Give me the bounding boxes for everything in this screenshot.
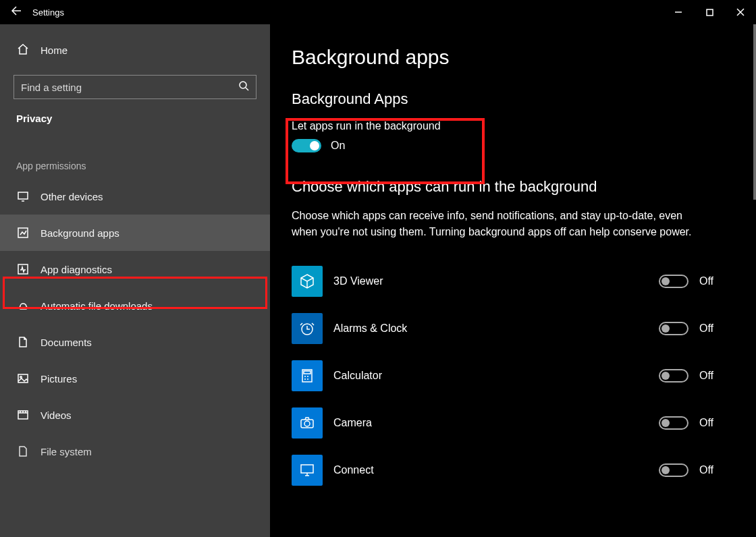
pictures-icon (16, 372, 30, 385)
search-input[interactable] (21, 82, 238, 93)
app-row: Connect Off (292, 447, 722, 494)
sidebar-item-label: App diagnostics (40, 264, 112, 275)
sidebar-item-file-system[interactable]: File system (0, 433, 270, 470)
master-toggle-label: Let apps run in the background (292, 120, 722, 132)
app-toggle[interactable] (659, 275, 688, 288)
search-icon (238, 80, 249, 94)
app-row: Calculator Off (292, 352, 722, 399)
section-title-background-apps: Background Apps (292, 90, 722, 108)
svg-point-6 (20, 376, 22, 378)
sidebar-section: Privacy (0, 109, 270, 136)
close-button[interactable] (725, 0, 756, 24)
back-button[interactable] (0, 5, 32, 19)
other-devices-icon (16, 190, 30, 203)
svg-rect-13 (301, 465, 313, 473)
main-content: Background apps Background Apps Let apps… (270, 24, 756, 537)
svg-rect-2 (18, 192, 28, 199)
app-toggle-status: Off (699, 417, 722, 429)
sidebar-item-label: Automatic file downloads (40, 300, 153, 312)
app-icon-alarms-clock (292, 313, 323, 344)
app-toggle[interactable] (659, 416, 688, 430)
background-apps-icon (16, 226, 30, 239)
maximize-button[interactable] (694, 0, 725, 24)
back-arrow-icon (11, 5, 22, 16)
automatic-file-downloads-icon (16, 299, 30, 312)
home-label: Home (40, 45, 68, 56)
sidebar-item-app-diagnostics[interactable]: App diagnostics (0, 251, 270, 287)
app-name: Calculator (333, 370, 648, 382)
close-icon (736, 8, 745, 16)
sidebar-group-label: App permissions (0, 136, 270, 178)
app-row: Camera Off (292, 399, 722, 447)
sidebar-item-pictures[interactable]: Pictures (0, 360, 270, 397)
section-description: Choose which apps can receive info, send… (292, 208, 710, 240)
section-title-choose-apps: Choose which apps can run in the backgro… (292, 178, 722, 196)
page-title: Background apps (292, 46, 722, 69)
svg-point-12 (304, 421, 310, 426)
titlebar: Settings (0, 0, 756, 24)
app-toggle[interactable] (659, 463, 688, 477)
sidebar-item-label: Other devices (40, 191, 103, 202)
minimize-button[interactable] (663, 0, 694, 24)
app-toggle-status: Off (699, 322, 722, 335)
sidebar-item-label: Background apps (40, 227, 119, 239)
master-toggle[interactable] (292, 139, 321, 152)
sidebar: Home Privacy App permissions Other devic… (0, 24, 270, 537)
sidebar-item-videos[interactable]: Videos (0, 397, 270, 433)
sidebar-item-other-devices[interactable]: Other devices (0, 178, 270, 215)
app-icon-3d-viewer (292, 266, 323, 297)
sidebar-item-label: Documents (40, 337, 92, 348)
sidebar-item-documents[interactable]: Documents (0, 324, 270, 360)
videos-icon (16, 408, 30, 422)
app-name: Camera (333, 417, 648, 429)
minimize-icon (674, 8, 682, 16)
svg-rect-5 (18, 374, 28, 383)
app-icon-connect (292, 455, 323, 486)
home-nav[interactable]: Home (0, 36, 270, 64)
app-toggle-status: Off (699, 464, 722, 476)
svg-point-1 (240, 82, 246, 88)
app-row: Alarms & Clock Off (292, 305, 722, 352)
sidebar-item-label: Pictures (40, 373, 77, 385)
app-toggle[interactable] (659, 322, 688, 335)
documents-icon (16, 335, 30, 349)
app-icon-camera (292, 407, 323, 439)
svg-rect-0 (707, 9, 713, 16)
app-name: Alarms & Clock (333, 322, 648, 335)
app-name: Connect (333, 464, 648, 476)
master-toggle-status: On (331, 140, 345, 152)
sidebar-item-label: File system (40, 446, 92, 457)
app-row: 3D Viewer Off (292, 258, 722, 305)
scrollbar[interactable] (753, 24, 756, 200)
search-box[interactable] (14, 75, 256, 99)
home-icon (16, 43, 30, 57)
app-toggle-status: Off (699, 275, 722, 287)
sidebar-item-automatic-file-downloads[interactable]: Automatic file downloads (0, 287, 270, 324)
sidebar-item-background-apps[interactable]: Background apps (0, 215, 270, 251)
filesystem-icon (16, 445, 30, 458)
app-name: 3D Viewer (333, 275, 648, 287)
sidebar-item-label: Videos (40, 409, 72, 421)
svg-rect-10 (304, 371, 310, 374)
maximize-icon (706, 9, 713, 16)
app-toggle-status: Off (699, 370, 722, 382)
app-toggle[interactable] (659, 369, 688, 383)
app-diagnostics-icon (16, 262, 30, 276)
window-title: Settings (32, 7, 64, 18)
app-icon-calculator (292, 360, 323, 391)
